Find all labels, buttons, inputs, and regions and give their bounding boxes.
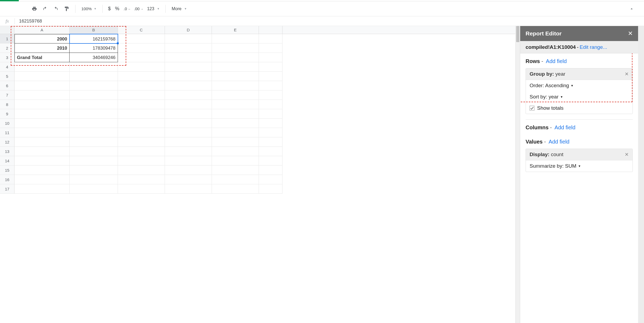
cell-C2[interactable]: [118, 43, 165, 53]
redo-icon[interactable]: [51, 4, 61, 14]
paint-format-icon[interactable]: [62, 4, 71, 14]
cell-B5[interactable]: [70, 72, 118, 81]
cell-D14[interactable]: [165, 156, 212, 166]
cell-E5[interactable]: [212, 72, 259, 81]
cell-B6[interactable]: [70, 81, 118, 90]
cell-E11[interactable]: [212, 128, 259, 137]
cell-C3[interactable]: [118, 53, 165, 62]
close-icon[interactable]: ✕: [628, 30, 633, 37]
cell-B8[interactable]: [70, 100, 118, 109]
row-header-5[interactable]: 5: [0, 72, 15, 81]
cell-D3[interactable]: [165, 53, 212, 62]
cell-A17[interactable]: [15, 184, 70, 194]
cell-C1[interactable]: [118, 34, 165, 43]
more-dropdown[interactable]: More ▼: [169, 6, 189, 11]
format-123-dropdown[interactable]: 123 ▼: [145, 6, 162, 11]
cell-D2[interactable]: [165, 43, 212, 53]
cell-C16[interactable]: [118, 175, 165, 184]
cell-A15[interactable]: [15, 166, 70, 175]
cell-E10[interactable]: [212, 119, 259, 128]
cell-D8[interactable]: [165, 100, 212, 109]
cell-A16[interactable]: [15, 175, 70, 184]
cell-C9[interactable]: [118, 109, 165, 119]
cell-E14[interactable]: [212, 156, 259, 166]
undo-icon[interactable]: [40, 4, 50, 14]
outer-scrollbar[interactable]: [638, 26, 644, 323]
cell-C6[interactable]: [118, 81, 165, 90]
col-header-D[interactable]: D: [165, 26, 212, 34]
cell-B13[interactable]: [70, 147, 118, 156]
cell-A14[interactable]: [15, 156, 70, 166]
cell-E9[interactable]: [212, 109, 259, 119]
cell-E4[interactable]: [212, 62, 259, 72]
row-header-2[interactable]: 2: [0, 43, 15, 53]
edit-range-link[interactable]: Edit range...: [580, 44, 607, 50]
cell-E7[interactable]: [212, 90, 259, 100]
cell-E17[interactable]: [212, 184, 259, 194]
row-header-6[interactable]: 6: [0, 81, 15, 90]
row-header-16[interactable]: 16: [0, 175, 15, 184]
cell-C5[interactable]: [118, 72, 165, 81]
cell-C14[interactable]: [118, 156, 165, 166]
cell-B12[interactable]: [70, 137, 118, 147]
cell-A12[interactable]: [15, 137, 70, 147]
cell-D15[interactable]: [165, 166, 212, 175]
cell-D5[interactable]: [165, 72, 212, 81]
cell-C4[interactable]: [118, 62, 165, 72]
sheet-scrollbar[interactable]: [515, 26, 520, 323]
cell-D9[interactable]: [165, 109, 212, 119]
cell-E12[interactable]: [212, 137, 259, 147]
cell-D6[interactable]: [165, 81, 212, 90]
checkbox-icon[interactable]: [530, 106, 534, 111]
cell-B15[interactable]: [70, 166, 118, 175]
scrollbar-thumb[interactable]: [516, 26, 519, 42]
row-header-14[interactable]: 14: [0, 156, 15, 166]
cell-E2[interactable]: [212, 43, 259, 53]
cell-D16[interactable]: [165, 175, 212, 184]
zoom-dropdown[interactable]: 100% ▼: [79, 6, 99, 11]
cell-E15[interactable]: [212, 166, 259, 175]
cell-D10[interactable]: [165, 119, 212, 128]
cell-A11[interactable]: [15, 128, 70, 137]
grid[interactable]: 12000162159768220101783094783Grand Total…: [0, 34, 515, 194]
collapse-toolbar-icon[interactable]: [626, 4, 637, 14]
col-header-B[interactable]: B: [70, 26, 118, 34]
cell-A4[interactable]: [15, 62, 70, 72]
cell-B9[interactable]: [70, 109, 118, 119]
cell-B11[interactable]: [70, 128, 118, 137]
cell-D17[interactable]: [165, 184, 212, 194]
cell-D12[interactable]: [165, 137, 212, 147]
cell-A6[interactable]: [15, 81, 70, 90]
select-all-corner[interactable]: [0, 26, 15, 34]
values-add-field[interactable]: Add field: [549, 139, 570, 145]
cell-E3[interactable]: [212, 53, 259, 62]
col-header-A[interactable]: A: [15, 26, 70, 34]
row-header-17[interactable]: 17: [0, 184, 15, 194]
cell-B4[interactable]: [70, 62, 118, 72]
row-header-7[interactable]: 7: [0, 90, 15, 100]
cell-D7[interactable]: [165, 90, 212, 100]
row-header-9[interactable]: 9: [0, 109, 15, 119]
order-dropdown[interactable]: Order: Ascending▼: [526, 80, 632, 91]
cell-E6[interactable]: [212, 81, 259, 90]
cell-D1[interactable]: [165, 34, 212, 43]
cell-A1[interactable]: 2000: [15, 34, 70, 43]
cell-C8[interactable]: [118, 100, 165, 109]
remove-icon[interactable]: ✕: [625, 71, 629, 77]
sortby-dropdown[interactable]: Sort by: year▼: [526, 91, 632, 102]
row-header-10[interactable]: 10: [0, 119, 15, 128]
cell-C10[interactable]: [118, 119, 165, 128]
row-header-15[interactable]: 15: [0, 166, 15, 175]
cell-C13[interactable]: [118, 147, 165, 156]
cell-B2[interactable]: 178309478: [70, 43, 118, 53]
cell-A2[interactable]: 2010: [15, 43, 70, 53]
columns-add-field[interactable]: Add field: [555, 124, 576, 130]
cell-A8[interactable]: [15, 100, 70, 109]
cell-B17[interactable]: [70, 184, 118, 194]
cell-A3[interactable]: Grand Total: [15, 53, 70, 62]
cell-B16[interactable]: [70, 175, 118, 184]
cell-A7[interactable]: [15, 90, 70, 100]
cell-B10[interactable]: [70, 119, 118, 128]
cell-D11[interactable]: [165, 128, 212, 137]
decrease-decimal[interactable]: .0 ←: [122, 6, 131, 11]
